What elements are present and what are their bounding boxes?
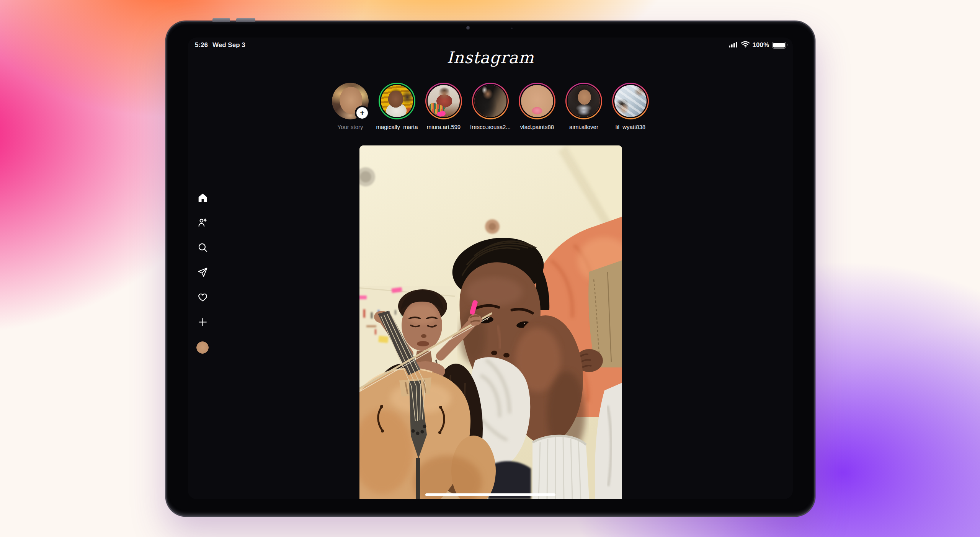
story-avatar bbox=[474, 85, 506, 117]
sidebar-item-profile[interactable] bbox=[196, 341, 209, 354]
friends-icon bbox=[198, 217, 208, 228]
sidebar-item-friends[interactable] bbox=[197, 217, 208, 228]
story-item[interactable]: lil_wyatt838 bbox=[607, 83, 654, 130]
story-item-your-story[interactable]: + Your story bbox=[327, 83, 374, 130]
left-sidebar bbox=[196, 192, 209, 354]
status-date: Wed Sep 3 bbox=[212, 41, 245, 49]
story-avatar bbox=[521, 85, 553, 117]
sidebar-item-home[interactable] bbox=[197, 192, 208, 203]
front-camera bbox=[466, 26, 470, 30]
sidebar-item-notifications[interactable] bbox=[197, 292, 208, 302]
story-username: aimi.allover bbox=[569, 124, 598, 130]
send-icon bbox=[198, 267, 208, 277]
home-icon bbox=[198, 193, 208, 203]
story-item[interactable]: miura.art.599 bbox=[420, 83, 467, 130]
plus-icon bbox=[198, 317, 208, 327]
story-username: magically_marta bbox=[376, 124, 418, 130]
home-indicator[interactable] bbox=[425, 493, 555, 496]
feed-post-photo[interactable] bbox=[359, 145, 622, 499]
instagram-wordmark: Instagram bbox=[188, 48, 793, 67]
volume-up-button bbox=[212, 18, 230, 22]
story-item[interactable]: aimi.allover bbox=[560, 83, 607, 130]
post-photo-art bbox=[359, 145, 622, 499]
search-icon bbox=[198, 242, 208, 253]
story-username: Your story bbox=[338, 124, 363, 130]
stories-tray: + Your story magically_marta miura.art.5… bbox=[188, 83, 793, 130]
ipad-screen: 5:26 Wed Sep 3 bbox=[188, 38, 793, 499]
story-username: lil_wyatt838 bbox=[616, 124, 645, 130]
battery-percent: 100% bbox=[753, 41, 769, 49]
story-item[interactable]: vlad.paints88 bbox=[514, 83, 560, 130]
battery-icon bbox=[772, 42, 786, 49]
status-time: 5:26 bbox=[195, 41, 208, 49]
story-username: miura.art.599 bbox=[427, 124, 461, 130]
sidebar-item-search[interactable] bbox=[197, 242, 208, 253]
desktop-background: 5:26 Wed Sep 3 bbox=[0, 0, 980, 537]
profile-avatar bbox=[196, 341, 209, 354]
story-avatar bbox=[614, 85, 647, 117]
sidebar-item-messages[interactable] bbox=[197, 267, 208, 277]
sidebar-item-create[interactable] bbox=[197, 317, 208, 327]
story-username: vlad.paints88 bbox=[520, 124, 554, 130]
ipad-device: 5:26 Wed Sep 3 bbox=[165, 21, 815, 517]
volume-down-button bbox=[236, 18, 255, 22]
story-avatar bbox=[568, 85, 600, 117]
story-avatar bbox=[428, 85, 460, 117]
ambient-sensor bbox=[511, 28, 513, 29]
story-item[interactable]: fresco.sousa2... bbox=[467, 83, 514, 130]
story-username: fresco.sousa2... bbox=[470, 124, 511, 130]
story-avatar bbox=[381, 85, 413, 117]
add-story-badge[interactable]: + bbox=[355, 106, 369, 120]
heart-icon bbox=[198, 292, 208, 302]
story-item[interactable]: magically_marta bbox=[374, 83, 420, 130]
